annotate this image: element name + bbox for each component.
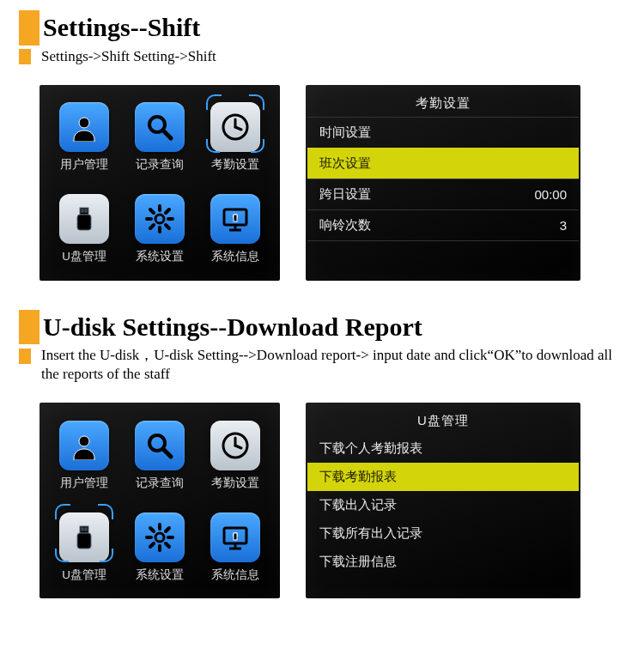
list-item-label: 班次设置	[319, 155, 371, 172]
monitor-icon	[210, 194, 260, 244]
breadcrumb-row: Settings->Shift Setting->Shift	[19, 47, 644, 66]
list-item[interactable]: 跨日设置00:00	[307, 179, 579, 209]
search-icon	[135, 421, 185, 470]
app-grid: 用户管理记录查询考勤设置U盘管理系统设置系统信息	[48, 413, 271, 590]
list-item[interactable]: 下载所有出入记录	[307, 519, 579, 548]
section-title: Settings--Shift	[43, 10, 200, 45]
section-title: U-disk Settings--Download Report	[43, 310, 422, 345]
search-icon	[135, 102, 185, 152]
app-monitor[interactable]: 系统信息	[199, 187, 271, 272]
settings-list: 时间设置班次设置跨日设置00:00响铃次数3	[307, 117, 579, 241]
list-item[interactable]: 响铃次数3	[307, 209, 579, 241]
app-gear[interactable]: 系统设置	[124, 505, 196, 590]
app-usb[interactable]: U盘管理	[48, 187, 120, 272]
list-item-value: 3	[560, 218, 567, 233]
app-user[interactable]: 用户管理	[48, 413, 120, 498]
heading-row: Settings--Shift	[19, 10, 644, 45]
list-item-label: 下载所有出入记录	[319, 525, 422, 542]
list-item[interactable]: 下载个人考勤报表	[307, 434, 579, 463]
app-clock[interactable]: 考勤设置	[199, 95, 271, 180]
list-item-label: 下载注册信息	[319, 554, 397, 570]
heading-accent	[19, 10, 39, 45]
udisk-list: 下载个人考勤报表下载考勤报表下载出入记录下载所有出入记录下载注册信息	[307, 434, 579, 576]
screenshots-row: 用户管理记录查询考勤设置U盘管理系统设置系统信息 U盘管理 下载个人考勤报表下载…	[39, 403, 644, 598]
list-item[interactable]: 下载注册信息	[307, 548, 579, 576]
description-row: Insert the U-disk，U-disk Setting-->Downl…	[19, 346, 644, 384]
list-item[interactable]: 下载出入记录	[307, 491, 579, 519]
list-title: 考勤设置	[307, 92, 579, 117]
list-item[interactable]: 时间设置	[307, 117, 579, 148]
app-usb[interactable]: U盘管理	[48, 505, 120, 590]
breadcrumb: Settings->Shift Setting->Shift	[41, 47, 216, 66]
user-icon	[59, 421, 109, 470]
device-list-screen: 考勤设置 时间设置班次设置跨日设置00:00响铃次数3	[306, 85, 580, 281]
app-label: 记录查询	[136, 157, 184, 173]
user-icon	[59, 102, 109, 152]
app-label: U盘管理	[62, 249, 106, 264]
device-list-screen: U盘管理 下载个人考勤报表下载考勤报表下载出入记录下载所有出入记录下载注册信息	[306, 403, 580, 598]
section-description: Insert the U-disk，U-disk Setting-->Downl…	[41, 346, 625, 384]
list-item-label: 下载个人考勤报表	[319, 440, 422, 457]
list-title: U盘管理	[307, 409, 579, 434]
app-search[interactable]: 记录查询	[124, 413, 196, 498]
app-label: 考勤设置	[211, 157, 259, 173]
app-user[interactable]: 用户管理	[48, 95, 120, 180]
heading-accent	[19, 310, 39, 345]
app-label: U盘管理	[62, 567, 106, 583]
list-item[interactable]: 下载考勤报表	[307, 463, 579, 491]
section-shift: Settings--Shift Settings->Shift Setting-…	[0, 10, 644, 281]
usb-icon	[59, 194, 109, 244]
usb-icon	[59, 512, 109, 562]
list-item-label: 时间设置	[319, 124, 371, 141]
monitor-icon	[210, 512, 260, 562]
app-label: 记录查询	[136, 476, 184, 491]
list-item-label: 跨日设置	[319, 186, 371, 203]
app-label: 系统信息	[211, 249, 259, 264]
clock-icon	[210, 421, 260, 470]
app-label: 用户管理	[60, 157, 108, 173]
sub-accent	[19, 49, 31, 64]
app-clock[interactable]: 考勤设置	[199, 413, 271, 498]
clock-icon	[210, 102, 260, 152]
app-label: 系统信息	[211, 567, 259, 583]
device-grid-screen: 用户管理记录查询考勤设置U盘管理系统设置系统信息	[39, 85, 280, 281]
list-item-label: 响铃次数	[319, 217, 371, 233]
gear-icon	[135, 512, 185, 562]
list-item-label: 下载考勤报表	[319, 469, 397, 485]
app-monitor[interactable]: 系统信息	[199, 505, 271, 590]
sub-accent	[19, 349, 31, 364]
list-item[interactable]: 班次设置	[307, 148, 579, 179]
list-item-value: 00:00	[534, 187, 567, 202]
app-label: 考勤设置	[211, 476, 259, 491]
app-gear[interactable]: 系统设置	[124, 187, 196, 272]
section-udisk: U-disk Settings--Download Report Insert …	[0, 310, 644, 599]
list-item-label: 下载出入记录	[319, 497, 397, 513]
app-grid: 用户管理记录查询考勤设置U盘管理系统设置系统信息	[48, 95, 271, 272]
app-search[interactable]: 记录查询	[124, 95, 196, 180]
screenshots-row: 用户管理记录查询考勤设置U盘管理系统设置系统信息 考勤设置 时间设置班次设置跨日…	[39, 85, 644, 281]
app-label: 系统设置	[136, 567, 184, 583]
app-label: 用户管理	[60, 476, 108, 491]
heading-row: U-disk Settings--Download Report	[19, 310, 644, 345]
gear-icon	[135, 194, 185, 244]
app-label: 系统设置	[136, 249, 184, 264]
device-grid-screen: 用户管理记录查询考勤设置U盘管理系统设置系统信息	[39, 403, 280, 598]
